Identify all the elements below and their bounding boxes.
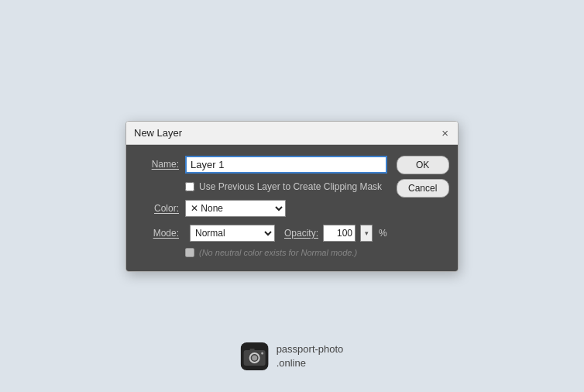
- clipping-mask-row: Use Previous Layer to Create Clipping Ma…: [185, 181, 387, 192]
- clipping-mask-label: Use Previous Layer to Create Clipping Ma…: [199, 181, 382, 192]
- camera-icon: [241, 342, 269, 370]
- opacity-unit: %: [379, 228, 387, 239]
- opacity-input[interactable]: [323, 225, 356, 242]
- name-row: Name:: [139, 156, 387, 174]
- name-input[interactable]: [185, 156, 387, 174]
- mode-opacity-row: Mode: Normal Dissolve Multiply Screen Ov…: [139, 225, 387, 242]
- opacity-label: Opacity:: [284, 228, 318, 239]
- dialog-actions: OK Cancel: [397, 156, 449, 257]
- dialog-body: Name: Use Previous Layer to Create Clipp…: [126, 145, 458, 271]
- dialog-title: New Layer: [134, 127, 182, 139]
- opacity-stepper[interactable]: ▾: [360, 225, 373, 242]
- mode-label: Mode:: [139, 228, 179, 239]
- color-row: Color: ✕ None Red Orange Yellow Green Bl…: [139, 200, 387, 217]
- svg-rect-4: [250, 349, 255, 352]
- color-label: Color:: [139, 203, 179, 214]
- color-select[interactable]: ✕ None Red Orange Yellow Green Blue Viol…: [185, 200, 286, 217]
- close-button[interactable]: ×: [440, 127, 450, 139]
- neutral-row: (No neutral color exists for Normal mode…: [185, 248, 387, 257]
- name-label: Name:: [139, 159, 179, 170]
- watermark: passport-photo.online: [241, 342, 344, 370]
- watermark-text: passport-photo.online: [277, 342, 344, 370]
- neutral-label: (No neutral color exists for Normal mode…: [199, 248, 357, 257]
- dialog-titlebar: New Layer ×: [126, 122, 458, 145]
- neutral-checkbox[interactable]: [185, 248, 194, 257]
- svg-point-3: [252, 355, 257, 360]
- ok-button[interactable]: OK: [397, 156, 449, 174]
- clipping-mask-checkbox[interactable]: [185, 182, 194, 191]
- dialog-fields: Name: Use Previous Layer to Create Clipp…: [139, 156, 387, 257]
- mode-select[interactable]: Normal Dissolve Multiply Screen Overlay: [190, 225, 275, 242]
- new-layer-dialog: New Layer × Name: Use Previous Layer to …: [125, 121, 459, 272]
- cancel-button[interactable]: Cancel: [397, 179, 449, 198]
- svg-point-5: [261, 352, 263, 354]
